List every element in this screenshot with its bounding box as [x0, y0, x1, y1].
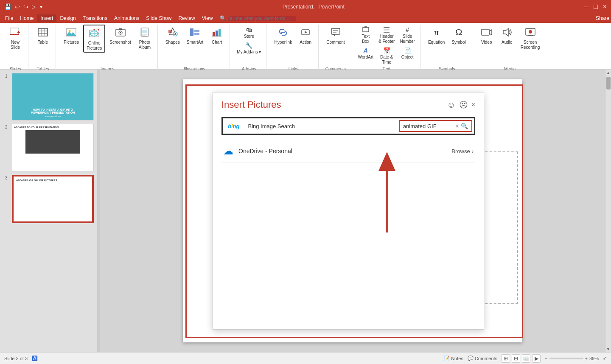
menu-file[interactable]: File: [2, 14, 17, 22]
bing-search-field[interactable]: [403, 123, 454, 129]
audio-icon: [500, 25, 514, 39]
view-controls: ⊞ ⊟ 📖 ▶: [502, 354, 541, 363]
slide-thumb-3[interactable]: ADD GIFS VIA ONLINE PICTURES: [12, 175, 94, 223]
save-icon[interactable]: 💾: [4, 3, 11, 10]
shapes-btn[interactable]: Shapes: [163, 25, 182, 46]
status-left: Slide 3 of 3 ♿: [4, 356, 38, 361]
hyperlink-btn[interactable]: Hyperlink: [272, 25, 294, 46]
chart-label: Chart: [212, 40, 222, 45]
tell-me-input[interactable]: [228, 16, 296, 21]
svg-rect-32: [194, 33, 199, 35]
scroll-thumb[interactable]: [606, 77, 611, 90]
title-bar-left: 💾 ↩ ↪ ▷ ▼: [4, 3, 43, 10]
accessibility-icon[interactable]: ♿: [32, 356, 38, 361]
slideshow-btn[interactable]: ▶: [532, 354, 541, 363]
dialog-close-btn[interactable]: ×: [471, 101, 475, 109]
textbox-btn[interactable]: TextBox: [356, 25, 376, 45]
ribbon-group-symbols: π Equation Ω Symbol Symbols: [422, 25, 472, 71]
dialog-header-icons: ☺ ☹ ×: [447, 100, 475, 110]
status-right: 📝 Notes 💬 Comments ⊞ ⊟ 📖 ▶ − + 89% ⤢: [444, 354, 607, 363]
share-btn[interactable]: Share: [596, 15, 609, 21]
smiley-sad-btn[interactable]: ☹: [459, 100, 468, 110]
online-pictures-btn[interactable]: OnlinePictures: [83, 25, 105, 53]
header-footer-btn[interactable]: Header& Footer: [377, 25, 396, 45]
fit-slide-btn[interactable]: ⤢: [603, 356, 607, 361]
my-addins-icon: 🔧: [245, 41, 253, 50]
restore-btn[interactable]: □: [594, 3, 598, 11]
present-icon[interactable]: ▷: [32, 4, 36, 10]
table-btn[interactable]: Table: [34, 25, 52, 46]
svg-rect-21: [119, 28, 122, 30]
comment-label: Comment: [326, 40, 345, 45]
video-btn[interactable]: Video: [477, 25, 496, 46]
pictures-btn[interactable]: Pictures: [61, 25, 81, 46]
svg-rect-28: [168, 30, 172, 33]
slide-info: Slide 3 of 3: [4, 356, 28, 361]
comments-btn[interactable]: 💬 Comments: [468, 356, 497, 361]
bing-clear-btn[interactable]: ×: [456, 123, 459, 129]
audio-btn[interactable]: Audio: [498, 25, 516, 46]
svg-rect-30: [190, 28, 193, 36]
scroll-up-btn[interactable]: ▲: [605, 70, 611, 76]
wordart-btn[interactable]: A WordArt: [356, 45, 376, 61]
svg-rect-53: [482, 29, 489, 35]
new-slide-btn[interactable]: NewSlide: [6, 25, 25, 51]
chart-btn[interactable]: Chart: [207, 25, 226, 46]
symbol-icon: Ω: [452, 25, 465, 39]
slide-thumb-1[interactable]: HOW TO INSERT A GIF INTOPOWERPOINT PRESE…: [12, 73, 94, 120]
menu-view[interactable]: View: [199, 14, 216, 22]
photo-album-btn[interactable]: PhotoAlbum: [135, 25, 154, 51]
zoom-in-btn[interactable]: +: [585, 356, 588, 361]
svg-marker-54: [489, 30, 492, 35]
online-pictures-label: OnlinePictures: [87, 41, 102, 51]
redo-icon[interactable]: ↪: [23, 3, 28, 10]
bing-search-row: bing Bing Image Search × 🔍: [221, 117, 475, 135]
normal-view-btn[interactable]: ⊞: [502, 354, 510, 363]
menu-insert[interactable]: Insert: [37, 14, 56, 22]
bing-search-input: × 🔍: [399, 120, 472, 132]
slide-panel: 1 HOW TO INSERT A GIF INTOPOWERPOINT PRE…: [0, 70, 98, 352]
svg-point-10: [69, 30, 71, 32]
object-btn[interactable]: 📄 Object: [398, 45, 417, 61]
bing-search-btn[interactable]: 🔍: [461, 123, 468, 129]
slide-sorter-btn[interactable]: ⊟: [512, 354, 520, 363]
comment-btn[interactable]: Comment: [324, 25, 347, 46]
minimize-btn[interactable]: ─: [584, 3, 589, 11]
my-addins-btn[interactable]: 🔧 My Add-ins ▾: [235, 40, 263, 56]
close-btn[interactable]: ×: [603, 3, 607, 11]
screenshot-btn[interactable]: Screenshot: [107, 25, 134, 46]
svg-rect-1: [10, 34, 19, 35]
reading-view-btn[interactable]: 📖: [522, 354, 530, 363]
ribbon-group-images: Pictures: [58, 25, 158, 71]
object-icon: 📄: [403, 46, 412, 55]
menu-design[interactable]: Design: [56, 14, 79, 22]
title-bar: 💾 ↩ ↪ ▷ ▼ Presentation1 - PowerPoint ─ □…: [0, 0, 611, 14]
equation-btn[interactable]: π Equation: [426, 25, 447, 46]
zoom-out-btn[interactable]: −: [545, 356, 547, 361]
menu-review[interactable]: Review: [175, 14, 198, 22]
date-time-btn[interactable]: 📅 Date &Time: [377, 45, 396, 66]
menu-transitions[interactable]: Transitions: [79, 14, 111, 22]
menu-bar: File Home Insert Design Transitions Anim…: [0, 14, 611, 23]
browse-btn[interactable]: Browse ›: [451, 148, 474, 154]
scroll-down-btn[interactable]: ▼: [605, 346, 611, 352]
store-btn[interactable]: 🛍 Store: [235, 25, 263, 40]
action-btn[interactable]: Action: [296, 25, 315, 46]
smiley-happy-btn[interactable]: ☺: [447, 100, 455, 110]
notes-btn[interactable]: 📝 Notes: [444, 356, 463, 361]
quick-access-dropdown[interactable]: ▼: [39, 5, 43, 9]
slide-number-btn[interactable]: # SlideNumber: [398, 25, 417, 45]
svg-rect-42: [331, 28, 340, 34]
menu-home[interactable]: Home: [17, 14, 37, 22]
smartart-btn[interactable]: SmartArt: [184, 25, 206, 46]
undo-icon[interactable]: ↩: [15, 3, 20, 10]
menu-animations[interactable]: Animations: [111, 14, 143, 22]
zoom-control: − + 89%: [545, 356, 599, 361]
symbol-btn[interactable]: Ω Symbol: [449, 25, 468, 46]
zoom-slider[interactable]: [549, 358, 583, 359]
photo-album-label: PhotoAlbum: [139, 40, 151, 50]
slide-thumb-2[interactable]: ADD GIFS TO YOUR PRESENTATION: [12, 124, 94, 171]
right-scrollbar[interactable]: ▲ ▼: [605, 70, 611, 352]
screen-recording-btn[interactable]: ScreenRecording: [518, 25, 543, 51]
menu-slideshow[interactable]: Slide Show: [143, 14, 175, 22]
